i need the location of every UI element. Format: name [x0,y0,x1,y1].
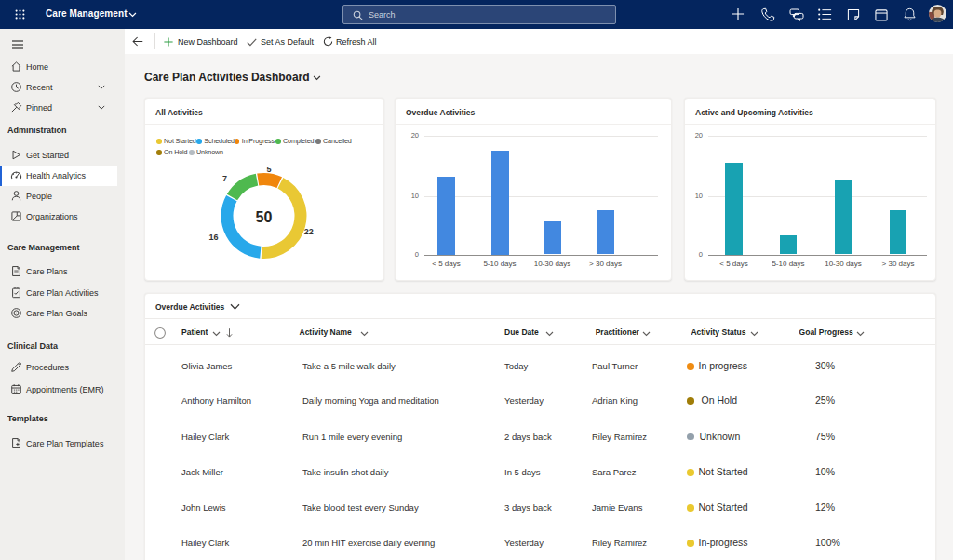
svg-text:7: 7 [222,174,227,183]
svg-text:22: 22 [304,227,314,236]
svg-text:5: 5 [266,165,271,174]
svg-text:50: 50 [256,209,273,225]
svg-text:16: 16 [209,233,219,242]
